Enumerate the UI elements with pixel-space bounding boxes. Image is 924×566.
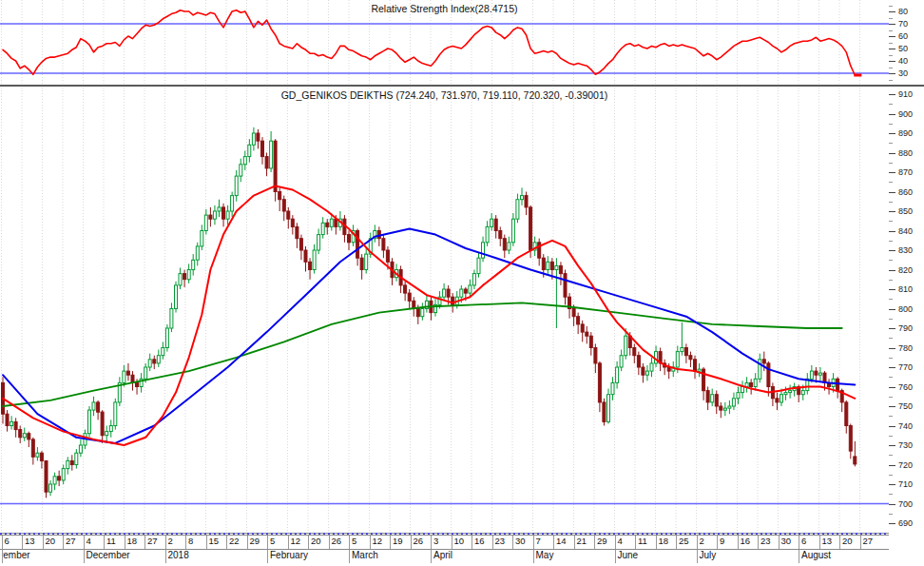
x-axis-month-cell: June bbox=[615, 550, 700, 563]
candle-up bbox=[741, 387, 744, 393]
y-axis-label: 800 bbox=[898, 304, 913, 314]
candle-down bbox=[776, 399, 779, 402]
y-axis-minor-tick bbox=[889, 80, 893, 81]
y-axis-tick bbox=[889, 445, 895, 446]
candle-up bbox=[226, 211, 229, 219]
candle-up bbox=[482, 243, 485, 258]
x-axis-month-cell: November bbox=[2, 550, 87, 563]
candle-up bbox=[625, 336, 627, 356]
candle-up bbox=[650, 363, 653, 371]
candle-up bbox=[655, 352, 658, 363]
y-axis-minor-tick bbox=[889, 202, 893, 203]
candle-up bbox=[491, 219, 493, 226]
candle-down bbox=[559, 265, 562, 273]
candle-down bbox=[720, 406, 722, 410]
candle-up bbox=[53, 477, 56, 484]
candle-down bbox=[296, 226, 298, 238]
candle-down bbox=[586, 332, 588, 336]
x-axis-month-label: July bbox=[700, 550, 717, 560]
candle-down bbox=[594, 348, 597, 363]
y-axis-label: 770 bbox=[898, 362, 913, 372]
candle-down bbox=[326, 223, 329, 226]
candle-down bbox=[815, 371, 818, 375]
candle-down bbox=[291, 219, 294, 226]
candle-down bbox=[299, 239, 302, 250]
y-axis-tick bbox=[889, 114, 895, 115]
candle-down bbox=[183, 274, 186, 280]
rsi-title: Relative Strength Index(28.4715) bbox=[0, 3, 889, 14]
y-axis-label: 690 bbox=[898, 518, 913, 528]
candle-down bbox=[694, 360, 697, 371]
x-axis-month-cell: April bbox=[431, 550, 536, 563]
price-panel[interactable] bbox=[0, 88, 889, 535]
candle-up bbox=[240, 165, 242, 176]
y-axis-minor-tick bbox=[889, 124, 893, 125]
y-axis-label: 740 bbox=[898, 421, 913, 431]
candle-down bbox=[542, 258, 545, 269]
y-axis-minor-tick bbox=[889, 18, 893, 19]
candle-up bbox=[157, 356, 160, 363]
candle-down bbox=[70, 460, 73, 464]
y-axis-minor-tick bbox=[889, 397, 893, 398]
candle-up bbox=[79, 445, 82, 453]
candle-down bbox=[153, 360, 156, 363]
candle-up bbox=[469, 285, 472, 293]
candle-up bbox=[75, 453, 78, 464]
candle-up bbox=[92, 402, 95, 410]
candle-down bbox=[97, 402, 100, 412]
y-axis-label: 870 bbox=[898, 167, 913, 177]
candle-up bbox=[784, 393, 787, 395]
y-axis-minor-tick bbox=[889, 163, 893, 164]
candle-down bbox=[209, 215, 212, 219]
candle-down bbox=[257, 133, 260, 141]
candle-up bbox=[607, 395, 610, 422]
x-axis-month-label: March bbox=[352, 550, 378, 560]
y-axis-minor-tick bbox=[889, 55, 893, 56]
x-axis-month-cell: August bbox=[799, 550, 889, 563]
y-axis-tick bbox=[889, 61, 895, 62]
candle-down bbox=[529, 207, 532, 250]
candle-down bbox=[222, 207, 225, 219]
candle-down bbox=[45, 460, 48, 492]
candle-down bbox=[261, 141, 264, 156]
candle-down bbox=[837, 379, 839, 390]
candle-down bbox=[767, 363, 770, 387]
y-axis-tick bbox=[889, 523, 895, 524]
candle-down bbox=[404, 285, 407, 293]
candle-down bbox=[762, 360, 765, 363]
candle-down bbox=[408, 293, 411, 301]
candle-down bbox=[715, 395, 718, 406]
candle-down bbox=[499, 231, 502, 239]
x-axis-month-cell: February bbox=[267, 550, 352, 563]
x-axis-month-label: June bbox=[618, 550, 639, 560]
candle-down bbox=[464, 289, 467, 293]
candle-up bbox=[789, 391, 792, 393]
y-axis-label: 850 bbox=[898, 206, 913, 216]
y-axis-tick bbox=[889, 348, 895, 349]
candle-up bbox=[737, 393, 740, 399]
x-axis-month-label: May bbox=[536, 550, 554, 560]
candle-up bbox=[801, 391, 804, 395]
candle-down bbox=[386, 250, 389, 262]
y-axis-label: 840 bbox=[898, 226, 913, 236]
y-axis-label: 900 bbox=[898, 109, 913, 119]
candle-down bbox=[503, 239, 506, 250]
candle-up bbox=[723, 408, 726, 410]
candle-up bbox=[486, 226, 489, 242]
candle-down bbox=[598, 363, 601, 402]
candle-down bbox=[416, 309, 419, 317]
candle-up bbox=[243, 157, 246, 165]
y-axis-label: 750 bbox=[898, 401, 913, 411]
candle-up bbox=[192, 260, 195, 269]
y-axis-minor-tick bbox=[889, 514, 893, 515]
candle-up bbox=[681, 348, 683, 352]
x-axis-month-label: November bbox=[2, 550, 30, 560]
candle-up bbox=[218, 207, 221, 211]
y-axis-tick bbox=[889, 172, 895, 173]
y-axis-label: 710 bbox=[898, 479, 913, 489]
y-axis-minor-tick bbox=[889, 299, 893, 300]
y-axis-minor-tick bbox=[889, 338, 893, 339]
candle-down bbox=[494, 219, 497, 230]
candle-down bbox=[40, 453, 43, 460]
candle-down bbox=[689, 356, 692, 360]
